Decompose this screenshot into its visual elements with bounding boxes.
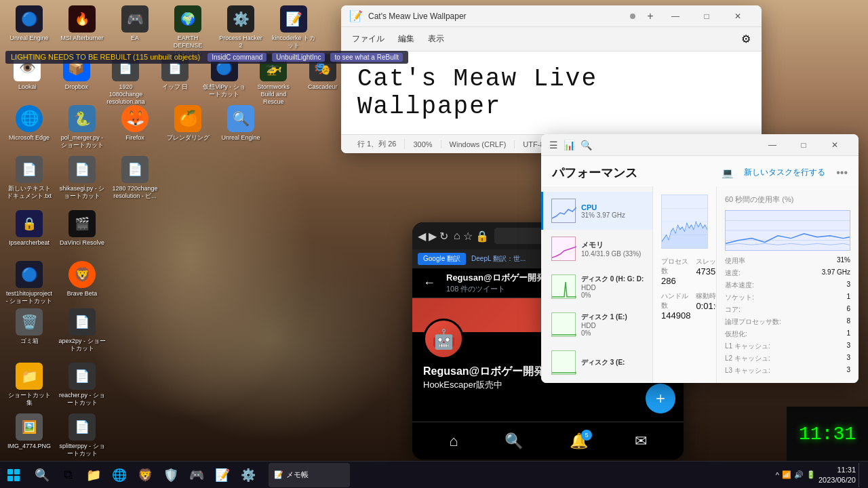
notepad-minimize-btn[interactable]: —	[660, 5, 691, 27]
desktop-icon-brave[interactable]: 🦁 Brave Beta	[58, 261, 106, 305]
disk2-label: ディスク 3 (E:	[581, 358, 625, 367]
disk1-mini-chart	[551, 312, 576, 337]
desktop-icons-row1: 🔵 Unreal Engine 🔥 MSI Afterburner 🎮 EA 🌍…	[5, 5, 338, 56]
lock-icon: 🔒	[475, 230, 489, 243]
desktop-icon-reacher[interactable]: 📄 reacher.py - ショートカット	[58, 363, 106, 407]
clock-display: 11:31	[799, 424, 856, 445]
desktop-icon-process-hacker[interactable]: ⚙️ Process Hacker 2	[217, 5, 264, 56]
desktop-icons-row9: 🖼️ IMG_4774.PNG 📄 splitterppy - ショートカット	[5, 413, 106, 458]
notepad-maximize-btn[interactable]: □	[691, 5, 722, 27]
desktop-icon-everything[interactable]: 🔍 Unreal Engine	[217, 105, 264, 149]
digital-clock: 11:31	[787, 407, 868, 461]
desktop-icon-blender[interactable]: 🍊 ブレンダリング	[164, 105, 212, 149]
twitter-home-btn[interactable]: ⌂	[449, 432, 458, 450]
taskmanager-new-task-btn[interactable]: 新しいタスクを行する	[738, 164, 831, 181]
taskmanager-maximize-btn[interactable]: □	[788, 134, 819, 156]
tray-chevron[interactable]: ^	[776, 471, 779, 479]
desktop-icon-msi-afterburner[interactable]: 🔥 MSI Afterburner	[58, 5, 106, 56]
taskmanager-sidebar-disk0[interactable]: ディスク 0 (H: G: D: HDD0%	[541, 268, 652, 306]
desktop-icon-img4774[interactable]: 🖼️ IMG_4774.PNG	[5, 413, 53, 458]
taskbar-search-btn[interactable]: 🔍	[30, 463, 54, 487]
tray-clock[interactable]: 11:31 2023/06/20	[818, 465, 856, 485]
taskmanager-sidebar-cpu[interactable]: CPU 31% 3.97 GHz	[541, 192, 652, 230]
desktop-icon-unreal-engine[interactable]: 🔵 Unreal Engine	[5, 5, 53, 56]
desktop-icon-pol-merger[interactable]: 🐍 pol_merger.py - ショートカット	[58, 105, 106, 149]
back-btn[interactable]: ◀	[418, 230, 426, 243]
notification-badge: 5	[581, 430, 592, 441]
notif-btn1[interactable]: InsidC command	[208, 53, 267, 62]
home-btn[interactable]: ⌂	[454, 230, 460, 242]
taskbar-explorer-btn[interactable]: 📁	[81, 463, 106, 487]
tray-volume-icon[interactable]: 🔊	[794, 470, 804, 479]
taskbar-pinned-apps: 🔍 ⧉ 📁 🌐 🦁 🛡️ 🎮 📝 ⚙️	[27, 463, 263, 487]
threads-stat: スレッド数 4735	[696, 257, 716, 286]
desktop-icon-unreal2[interactable]: 🔵 test1hitojuproject - ショートカット	[5, 261, 53, 305]
desktop-icon-gomi[interactable]: 🗑️ ゴミ箱	[5, 308, 53, 352]
twitter-back-btn[interactable]: ←	[423, 276, 435, 290]
notepad-zoom: 300%	[405, 140, 441, 148]
desktop-icon-res2[interactable]: 📄 1280 720change resolution - ビ...	[111, 156, 159, 200]
notif-btn3[interactable]: to see what a ReBullt	[330, 53, 403, 62]
notepad-menu-file[interactable]: ファイル	[347, 30, 390, 47]
desktop-icon-ipsearch[interactable]: 🔒 Ipsearcherbeat	[5, 210, 53, 247]
desktop-icon-edge[interactable]: 🌐 Microsoft Edge	[5, 105, 53, 149]
notepad-editor[interactable]: Cat's Meaw Live Wallpaper	[341, 52, 762, 134]
twitter-tweet-count: 108 件のツイート	[446, 284, 545, 294]
taskmanager-main: プロセス数 286 スレッド数 4735 ハンドル数 144908 稼動時間 0…	[653, 186, 716, 383]
taskmanager-search-icon[interactable]: 🔍	[580, 140, 592, 150]
taskbar-tray: ^ 📶 🔊 🔋 11:31 2023/06/20	[770, 463, 868, 487]
desktop-icon-davinci[interactable]: 🎬 DaVinci Resolve	[58, 210, 106, 247]
start-button[interactable]	[0, 462, 27, 489]
notepad-window: 📝 Cat's Meaw Live Wallpaper + — □ ✕ ファイル…	[341, 5, 762, 153]
handles-stat: ハンドル数 144908	[661, 291, 690, 321]
desktop-icon-apex2[interactable]: 📄 apex2py - ショートカット	[58, 308, 106, 352]
taskmanager-more-btn[interactable]: •••	[836, 167, 848, 179]
notepad-file-title: Cat's Meaw Live Wallpaper	[357, 65, 745, 121]
taskbar-task-view-btn[interactable]: ⧉	[56, 463, 80, 487]
desktop-icon-shortcuts[interactable]: 📁 ショートカット集	[5, 363, 53, 407]
bookmark-btn[interactable]: ☆	[463, 230, 473, 243]
taskmanager-menu-icon[interactable]: ☰	[549, 140, 558, 150]
taskmanager-minimize-btn[interactable]: —	[757, 134, 788, 156]
desktop-icon-shortcut2[interactable]: 📄 shikasegi.py - ショートカット	[58, 156, 106, 200]
notepad-close-btn[interactable]: ✕	[722, 5, 753, 27]
twitter-username-header: Regusan@ロボゲー開発	[446, 272, 545, 284]
forward-btn[interactable]: ▶	[429, 230, 437, 243]
taskbar-notepad-btn[interactable]: 📝	[210, 463, 235, 487]
desktop-icon-kinecoder[interactable]: 📝 kincoderke トカット	[270, 5, 317, 56]
taskmanager-title: パフォーマンス	[552, 165, 637, 181]
notepad-menu-edit[interactable]: 編集	[393, 30, 420, 47]
taskbar-running-notepad[interactable]: 📝 メモ帳	[269, 463, 350, 487]
deepl-translate-btn[interactable]: DeepL 翻訳：世...	[471, 254, 526, 264]
desktop-icon-firefox[interactable]: 🦊 Firefox	[111, 105, 159, 149]
notepad-new-tab-btn[interactable]: +	[641, 7, 660, 26]
google-translate-btn[interactable]: Google 翻訳	[418, 253, 466, 265]
taskbar-settings-btn[interactable]: ⚙️	[236, 463, 260, 487]
taskbar-edge-btn[interactable]: 🌐	[107, 463, 132, 487]
taskmanager-sidebar-memory[interactable]: メモリ 10.4/31.9 GB (33%)	[541, 230, 652, 268]
notif-btn2[interactable]: UnbuiltLightInc	[272, 53, 325, 62]
taskbar-brave-btn[interactable]: 🦁	[133, 463, 157, 487]
desktop-icon-earth-defense[interactable]: 🌍 EARTH DEFENSE FORCE 5	[164, 5, 212, 56]
taskmanager-sidebar-disk2[interactable]: ディスク 3 (E:	[541, 344, 652, 382]
taskbar-epic-btn[interactable]: 🎮	[184, 463, 209, 487]
notepad-menu-view[interactable]: 表示	[422, 30, 450, 47]
taskbar-defender-btn[interactable]: 🛡️	[159, 463, 183, 487]
twitter-notifications-btn[interactable]: 🔔 5	[570, 432, 588, 450]
taskmanager-close-btn[interactable]: ✕	[819, 134, 850, 156]
tray-network-icon[interactable]: 📶	[782, 470, 791, 479]
disk2-mini-chart	[551, 350, 576, 375]
desktop-icon-text-file[interactable]: 📄 新しいテキスト ドキュメント.txt	[5, 156, 53, 200]
compose-tweet-btn[interactable]: +	[646, 384, 675, 413]
desktop-icon-splitter[interactable]: 📄 splitterppy - ショートカット	[58, 413, 106, 458]
desktop-icon-ea[interactable]: 🎮 EA	[111, 5, 159, 56]
tray-show-desktop-btn[interactable]	[859, 463, 863, 487]
right-panel-stats: 使用率 31% 速度: 3.97 GHz 基本速度: 3 ソケット: 1 コア:…	[725, 256, 850, 375]
notepad-settings-icon[interactable]: ⚙	[736, 30, 756, 48]
taskmanager-sidebar-disk1[interactable]: ディスク 1 (E:) HDD0%	[541, 306, 652, 344]
twitter-search-btn[interactable]: 🔍	[505, 432, 523, 450]
utilization-chart	[725, 210, 850, 251]
disk1-sublabel: HDD0%	[581, 322, 627, 337]
twitter-messages-btn[interactable]: ✉	[635, 432, 647, 450]
reload-btn[interactable]: ↻	[439, 230, 448, 243]
